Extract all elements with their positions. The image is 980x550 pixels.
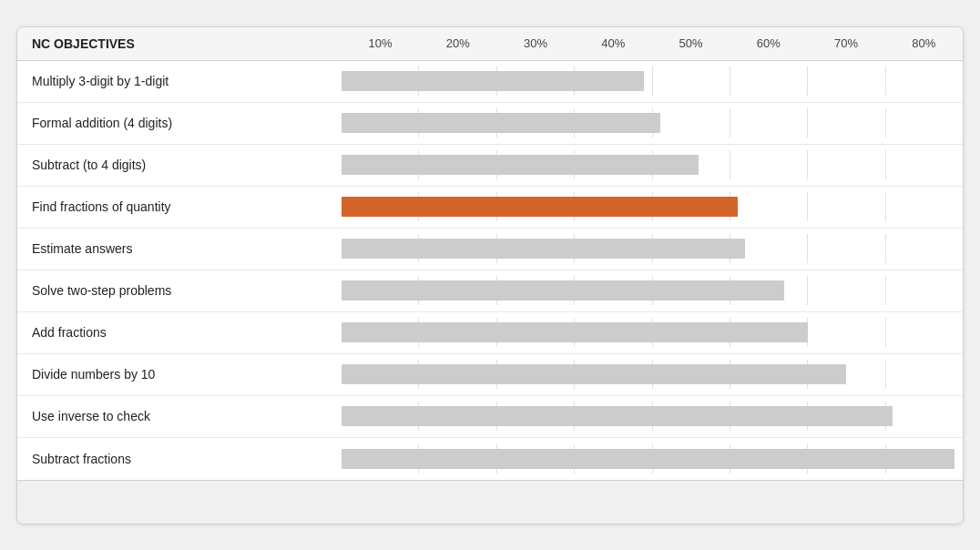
tick-label: 70% — [808, 36, 885, 50]
bar-area — [342, 360, 963, 389]
chart-row: Find fractions of quantity — [17, 187, 963, 229]
bar — [342, 71, 644, 91]
chart-footer — [17, 480, 963, 524]
bar — [342, 364, 846, 384]
chart-title: NC OBJECTIVES — [32, 36, 342, 51]
bar-area — [342, 444, 963, 474]
chart-row: Multiply 3-digit by 1-digit — [17, 61, 963, 103]
chart-row: Formal addition (4 digits) — [17, 103, 963, 145]
bar — [342, 322, 808, 342]
chart-row: Estimate answers — [17, 229, 963, 270]
tick-label: 40% — [575, 36, 652, 50]
row-label: Solve two-step problems — [32, 283, 342, 298]
header-ticks: 10%20%30%40%50%60%70%80% — [342, 36, 963, 50]
tick-label: 30% — [497, 36, 575, 50]
tick-label: 50% — [652, 36, 730, 50]
bar-area — [342, 66, 963, 96]
row-label: Divide numbers by 10 — [32, 367, 342, 382]
bar — [342, 113, 660, 133]
chart-row: Use inverse to check — [17, 396, 963, 438]
bar-area — [342, 150, 963, 179]
bar-area — [342, 318, 963, 347]
chart-container: NC OBJECTIVES 10%20%30%40%50%60%70%80% M… — [16, 26, 964, 525]
tick-label: 80% — [885, 36, 963, 50]
bar-area — [342, 234, 963, 263]
tick-label: 60% — [730, 36, 807, 50]
highlighted-bar — [342, 197, 738, 217]
bar-area — [342, 108, 963, 138]
chart-row: Solve two-step problems — [17, 270, 963, 312]
bar — [342, 155, 699, 175]
row-label: Add fractions — [32, 325, 342, 340]
bar-area — [342, 276, 963, 305]
bar-area — [342, 402, 963, 431]
row-label: Find fractions of quantity — [32, 199, 342, 214]
chart-header: NC OBJECTIVES 10%20%30%40%50%60%70%80% — [17, 27, 963, 61]
tick-label: 20% — [419, 36, 496, 50]
chart-row: Divide numbers by 10 — [17, 354, 963, 396]
row-label: Subtract fractions — [32, 452, 342, 466]
tick-label: 10% — [342, 36, 419, 50]
bar-area — [342, 192, 963, 221]
row-label: Use inverse to check — [32, 409, 342, 423]
chart-row: Subtract fractions — [17, 438, 963, 480]
bar — [342, 449, 954, 469]
bar — [342, 406, 893, 426]
bar — [342, 239, 745, 259]
chart-body: Multiply 3-digit by 1-digitFormal additi… — [17, 61, 963, 480]
bar — [342, 280, 784, 300]
row-label: Subtract (to 4 digits) — [32, 158, 342, 172]
row-label: Formal addition (4 digits) — [32, 116, 342, 130]
chart-row: Add fractions — [17, 312, 963, 354]
chart-row: Subtract (to 4 digits) — [17, 145, 963, 187]
row-label: Estimate answers — [32, 241, 342, 256]
row-label: Multiply 3-digit by 1-digit — [32, 74, 342, 88]
